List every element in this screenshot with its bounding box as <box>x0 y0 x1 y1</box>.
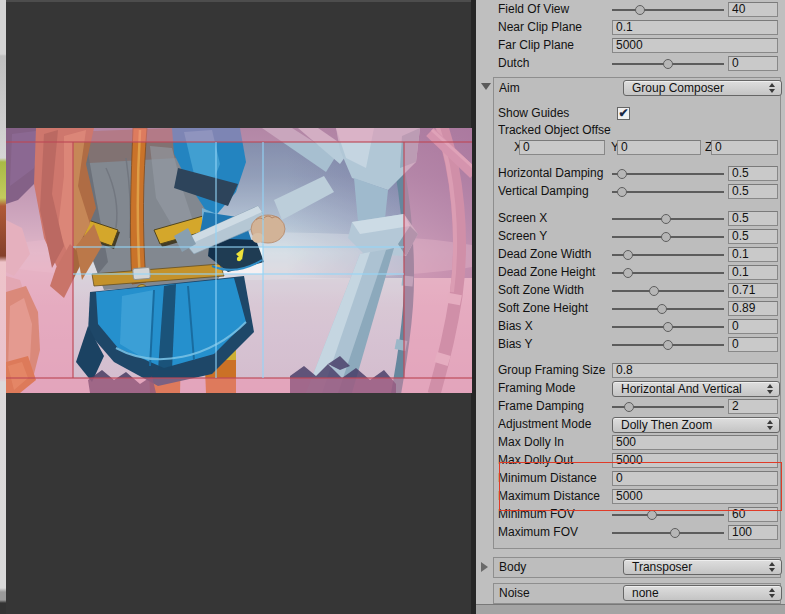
value-field-soft-zone-height[interactable]: 0.89 <box>728 301 778 316</box>
text-field-near-clip-plane[interactable]: 0.1 <box>612 20 778 35</box>
label-bias-x: Bias X <box>498 319 611 334</box>
slider-track-horizontal-damping[interactable] <box>612 173 724 175</box>
slider-thumb-dutch[interactable] <box>663 59 673 69</box>
body-section-title: Body <box>499 560 599 575</box>
label-field-of-view: Field Of View <box>498 2 611 17</box>
label-soft-zone-width: Soft Zone Width <box>498 283 611 298</box>
value-field-dutch[interactable]: 0 <box>728 56 778 71</box>
section-body: Body Transposer <box>493 557 781 578</box>
value-field-soft-zone-width[interactable]: 0.71 <box>728 283 778 298</box>
value-field-dead-zone-height[interactable]: 0.1 <box>728 265 778 280</box>
value-field-bias-y[interactable]: 0 <box>728 337 778 352</box>
text-field-max-dolly-in[interactable]: 500 <box>612 435 778 450</box>
label-frame-damping: Frame Damping <box>498 399 611 414</box>
dropdown-framing-mode[interactable]: Horizontal And Vertical <box>612 381 780 397</box>
dropdown-arrows-icon <box>769 562 776 572</box>
game-view <box>6 128 472 393</box>
value-field-screen-x[interactable]: 0.5 <box>728 211 778 226</box>
text-field-far-clip-plane[interactable]: 5000 <box>612 38 778 53</box>
unity-editor: { "inspector": { "lens_rows": [ {"kind":… <box>0 0 785 614</box>
body-implementation-dropdown[interactable]: Transposer <box>623 559 782 575</box>
label-dutch: Dutch <box>498 56 611 71</box>
value-field-dead-zone-width[interactable]: 0.1 <box>728 247 778 262</box>
aim-section-title: Aim <box>499 81 599 96</box>
dropdown-arrows-icon <box>767 420 774 430</box>
label-far-clip-plane: Far Clip Plane <box>498 38 611 53</box>
dropdown-value-adjustment-mode: Dolly Then Zoom <box>621 418 712 432</box>
noise-implementation-dropdown[interactable]: none <box>623 585 782 601</box>
slider-thumb-maximum-fov[interactable] <box>670 528 680 538</box>
label-framing-mode: Framing Mode <box>498 381 611 396</box>
checkbox-show-guides[interactable]: ✔ <box>617 107 630 120</box>
label-vertical-damping: Vertical Damping <box>498 184 611 199</box>
slider-thumb-soft-zone-width[interactable] <box>649 286 659 296</box>
panel-top-border <box>0 0 476 2</box>
label-tracked-object-offset: Tracked Object Offset <box>498 123 611 138</box>
slider-track-vertical-damping[interactable] <box>612 191 724 193</box>
dropdown-arrows-icon <box>769 588 776 598</box>
noise-dropdown-value: none <box>632 586 659 600</box>
slider-track-soft-zone-width[interactable] <box>612 290 724 292</box>
slider-track-minimum-fov[interactable] <box>612 514 724 516</box>
slider-track-field-of-view[interactable] <box>612 9 724 11</box>
inspector-panel: Aim Group Composer Body Transposer Noise… <box>476 0 785 614</box>
noise-section-title: Noise <box>499 586 599 601</box>
dropdown-arrows-icon <box>769 83 776 93</box>
slider-track-maximum-fov[interactable] <box>612 532 724 534</box>
body-foldout-icon[interactable] <box>481 562 488 572</box>
label-max-dolly-in: Max Dolly In <box>498 435 611 450</box>
label-dead-zone-width: Dead Zone Width <box>498 247 611 262</box>
dropdown-arrows-icon <box>767 384 774 394</box>
vector-field-y[interactable]: 0 <box>617 140 701 155</box>
section-noise: Noise none <box>493 583 781 604</box>
highlight-rectangle <box>499 462 782 511</box>
aim-dropdown-value: Group Composer <box>632 81 724 95</box>
value-field-frame-damping[interactable]: 2 <box>728 399 778 414</box>
bottom-strip <box>476 605 785 614</box>
dropdown-value-framing-mode: Horizontal And Vertical <box>621 382 742 396</box>
value-field-horizontal-damping[interactable]: 0.5 <box>728 166 778 181</box>
value-field-maximum-fov[interactable]: 100 <box>728 525 778 540</box>
value-field-screen-y[interactable]: 0.5 <box>728 229 778 244</box>
vector-field-z[interactable]: 0 <box>711 140 778 155</box>
slider-thumb-field-of-view[interactable] <box>635 5 645 15</box>
composer-guides <box>6 128 472 393</box>
label-bias-y: Bias Y <box>498 337 611 352</box>
slider-thumb-bias-x[interactable] <box>663 322 673 332</box>
label-dead-zone-height: Dead Zone Height <box>498 265 611 280</box>
vector-field-x[interactable]: 0 <box>519 140 605 155</box>
label-horizontal-damping: Horizontal Damping <box>498 166 611 181</box>
label-soft-zone-height: Soft Zone Height <box>498 301 611 316</box>
dropdown-adjustment-mode[interactable]: Dolly Then Zoom <box>612 417 780 433</box>
text-field-group-framing-size[interactable]: 0.8 <box>612 363 778 378</box>
label-screen-y: Screen Y <box>498 229 611 244</box>
slider-thumb-screen-x[interactable] <box>661 214 671 224</box>
slider-track-soft-zone-height[interactable] <box>612 308 724 310</box>
body-dropdown-value: Transposer <box>632 560 692 574</box>
aim-implementation-dropdown[interactable]: Group Composer <box>623 80 782 96</box>
label-group-framing-size: Group Framing Size <box>498 363 611 378</box>
value-field-field-of-view[interactable]: 40 <box>728 2 778 17</box>
label-adjustment-mode: Adjustment Mode <box>498 417 611 432</box>
slider-thumb-minimum-fov[interactable] <box>647 510 657 520</box>
label-show-guides: Show Guides <box>498 106 611 121</box>
label-near-clip-plane: Near Clip Plane <box>498 20 611 35</box>
aim-foldout-icon[interactable] <box>481 83 491 90</box>
slider-thumb-screen-y[interactable] <box>661 232 671 242</box>
label-screen-x: Screen X <box>498 211 611 226</box>
slider-thumb-bias-y[interactable] <box>663 340 673 350</box>
value-field-vertical-damping[interactable]: 0.5 <box>728 184 778 199</box>
value-field-bias-x[interactable]: 0 <box>728 319 778 334</box>
label-maximum-fov: Maximum FOV <box>498 525 611 540</box>
